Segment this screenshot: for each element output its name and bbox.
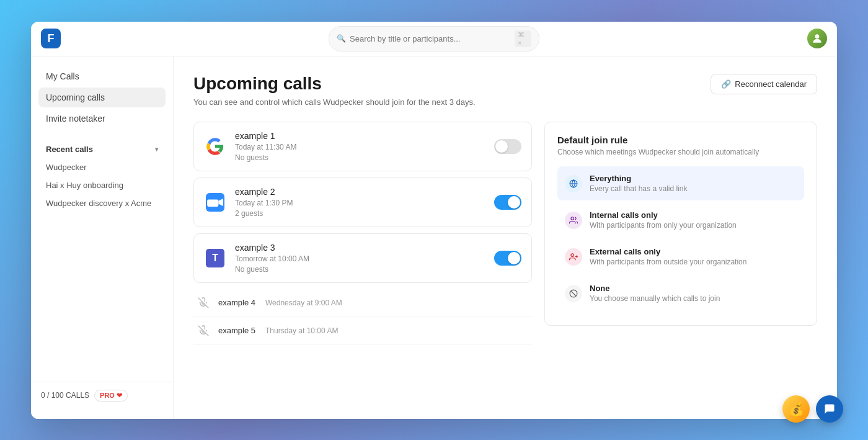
call-time-2: Today at 1:30 PM: [235, 199, 485, 207]
toggle-call-2[interactable]: [494, 195, 521, 210]
call-time-1: Today at 11:30 AM: [235, 143, 485, 151]
search-bar[interactable]: 🔍 ⌘ ×: [329, 26, 539, 52]
join-option-none-text: None You choose manually which calls to …: [590, 284, 720, 303]
join-card-subtitle: Choose which meetings Wudpecker should j…: [557, 148, 804, 156]
globe-icon: [565, 175, 582, 192]
join-option-external-title: External calls only: [590, 247, 746, 256]
calls-counter: 0 / 100 CALLS PRO ❤: [41, 390, 163, 402]
call-icon-zoom: [204, 191, 226, 213]
search-input[interactable]: [350, 34, 511, 43]
search-shortcut: ⌘ ×: [515, 30, 531, 47]
join-option-internal-title: Internal calls only: [590, 210, 737, 220]
sidebar-item-invite-notetaker[interactable]: Invite notetaker: [38, 109, 166, 128]
content: Upcoming calls You can see and control w…: [174, 56, 837, 419]
recent-calls-header[interactable]: Recent calls ▾: [38, 140, 166, 159]
sidebar-footer: 0 / 100 CALLS PRO ❤: [31, 382, 173, 409]
join-option-external[interactable]: External calls only With participants fr…: [557, 240, 804, 274]
join-option-none[interactable]: None You choose manually which calls to …: [557, 276, 804, 310]
sidebar-sub-item-discovery[interactable]: Wudpecker discovery x Acme: [38, 195, 166, 212]
recent-calls-label: Recent calls: [46, 145, 93, 154]
call-info-3: example 3 Tomorrow at 10:00 AM No guests: [235, 243, 485, 274]
join-option-none-title: None: [590, 284, 720, 293]
fab-chat[interactable]: [816, 395, 843, 423]
call-card-3: T example 3 Tomorrow at 10:00 AM No gues…: [193, 233, 532, 283]
svg-text:T: T: [212, 253, 218, 263]
join-option-everything-text: Everything Every call that has a valid l…: [590, 174, 687, 193]
page-title: Upcoming calls: [193, 74, 476, 94]
call-icon-google: [204, 135, 226, 158]
external-calls-icon: [565, 248, 582, 266]
page-subtitle: You can see and control which calls Wudp…: [193, 97, 476, 107]
call-row-title-4: example 4: [218, 298, 255, 307]
join-option-everything-desc: Every call that has a valid link: [590, 184, 687, 193]
svg-line-15: [571, 290, 576, 295]
call-info-2: example 2 Today at 1:30 PM 2 guests: [235, 187, 485, 218]
call-time-3: Tomorrow at 10:00 AM: [235, 254, 485, 263]
sidebar: My Calls Upcoming calls Invite notetaker…: [31, 56, 174, 419]
chevron-down-icon: ▾: [155, 146, 158, 153]
svg-point-0: [815, 34, 820, 38]
call-card-2: example 2 Today at 1:30 PM 2 guests: [193, 177, 532, 227]
call-row-icon-4: [196, 295, 211, 310]
page-header-text: Upcoming calls You can see and control w…: [193, 74, 476, 107]
toggle-call-3[interactable]: [494, 251, 521, 266]
reconnect-label: Reconnect calendar: [735, 79, 807, 89]
default-join-card: Default join rule Choose which meetings …: [544, 122, 817, 326]
join-option-none-desc: You choose manually which calls to join: [590, 294, 720, 303]
recent-calls-section: Recent calls ▾ Wudpecker Hai x Huy onboa…: [31, 140, 173, 213]
page-header: Upcoming calls You can see and control w…: [193, 74, 817, 107]
call-title-1: example 1: [235, 131, 485, 141]
call-row-4: example 4 Wednesday at 9:00 AM: [193, 289, 532, 317]
join-option-everything[interactable]: Everything Every call that has a valid l…: [557, 166, 804, 200]
internal-calls-icon: [565, 212, 582, 229]
sidebar-item-my-calls[interactable]: My Calls: [38, 66, 166, 86]
sidebar-sub-item-hai[interactable]: Hai x Huy onboarding: [38, 177, 166, 194]
call-info-1: example 1 Today at 11:30 AM No guests: [235, 131, 485, 162]
avatar[interactable]: [807, 29, 827, 48]
main-layout: My Calls Upcoming calls Invite notetaker…: [31, 56, 837, 419]
join-option-internal[interactable]: Internal calls only With participants fr…: [557, 203, 804, 237]
fab-coin[interactable]: 💰: [782, 395, 810, 423]
app-window: F 🔍 ⌘ × My Calls Upcoming calls Invite n…: [31, 22, 837, 419]
call-row-time-4: Wednesday at 9:00 AM: [265, 299, 342, 307]
call-row-5: example 5 Thursday at 10:00 AM: [193, 317, 532, 345]
join-option-external-desc: With participants from outside your orga…: [590, 258, 746, 266]
join-option-internal-desc: With participants from only your organiz…: [590, 221, 737, 230]
call-row-icon-5: [196, 323, 211, 338]
pro-badge: PRO ❤: [94, 390, 128, 402]
none-icon: [565, 285, 582, 302]
call-card-1: example 1 Today at 11:30 AM No guests: [193, 122, 532, 171]
sidebar-nav: My Calls Upcoming calls Invite notetaker: [31, 66, 173, 130]
join-option-internal-text: Internal calls only With participants fr…: [590, 210, 737, 230]
search-icon: 🔍: [337, 34, 346, 43]
calls-counter-text: 0 / 100 CALLS: [41, 391, 89, 400]
content-columns: example 1 Today at 11:30 AM No guests: [193, 122, 817, 345]
call-title-3: example 3: [235, 243, 485, 253]
join-card-title: Default join rule: [557, 135, 804, 145]
call-row-time-5: Thursday at 10:00 AM: [265, 326, 338, 335]
reconnect-calendar-button[interactable]: 🔗 Reconnect calendar: [711, 74, 817, 94]
join-option-external-text: External calls only With participants fr…: [590, 247, 746, 266]
svg-point-9: [571, 217, 574, 220]
right-panel: Default join rule Choose which meetings …: [544, 122, 817, 345]
sidebar-sub-item-wudpecker[interactable]: Wudpecker: [38, 159, 166, 176]
svg-point-10: [571, 253, 574, 256]
call-guests-2: 2 guests: [235, 209, 485, 218]
calls-column: example 1 Today at 11:30 AM No guests: [193, 122, 532, 345]
floating-buttons: 💰: [782, 395, 843, 423]
logo: F: [41, 29, 61, 48]
call-icon-teams: T: [204, 247, 226, 269]
call-title-2: example 2: [235, 187, 485, 197]
link-icon: 🔗: [721, 79, 731, 89]
call-guests-3: No guests: [235, 265, 485, 274]
call-guests-1: No guests: [235, 153, 485, 162]
call-row-title-5: example 5: [218, 326, 255, 335]
sidebar-item-upcoming-calls[interactable]: Upcoming calls: [38, 88, 166, 107]
toggle-call-1[interactable]: [494, 139, 521, 154]
join-option-everything-title: Everything: [590, 174, 687, 183]
header: F 🔍 ⌘ ×: [31, 22, 837, 56]
